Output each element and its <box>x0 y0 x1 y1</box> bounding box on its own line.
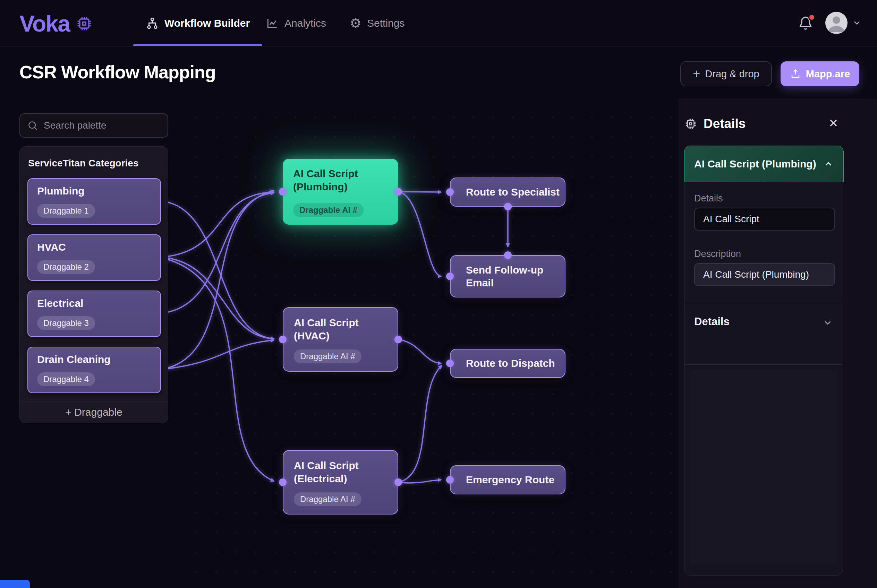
node-badge: Draggable AI # <box>294 350 361 363</box>
palette-item-title: HVAC <box>37 241 66 253</box>
chevron-up-icon <box>823 159 833 169</box>
search-icon <box>27 120 38 131</box>
palette-search[interactable] <box>20 113 168 138</box>
palette-item-badge: Draggable 1 <box>37 204 95 218</box>
node-send-follow-up-email[interactable]: Send Follow-up Email <box>450 255 566 297</box>
drag-drop-label: Drag & drop <box>705 68 759 80</box>
empty-section <box>690 370 838 564</box>
node-ai-call-script-electrical[interactable]: AI Call Script (Electrical) Draggable AI… <box>283 450 398 514</box>
node-route-to-dispatch[interactable]: Route to Dispatch <box>450 349 566 378</box>
drag-drop-button[interactable]: + Drag & drop <box>680 62 772 86</box>
accordion-title: AI Call Script (Plumbing) <box>694 158 816 170</box>
node-ai-call-script-plumbing[interactable]: AI Call Script (Plumbing) Draggable AI # <box>283 159 398 225</box>
node-title: Send Follow-up Email <box>466 264 549 290</box>
palette-item-badge: Draggable 4 <box>37 372 95 386</box>
palette-item-title: Electrical <box>37 297 83 309</box>
tab-label: Workflow Builder <box>164 17 250 29</box>
node-badge: Draggable AI # <box>293 203 364 217</box>
details-panel: Details ✕ AI Call Script (Plumbing) Deta… <box>678 99 877 588</box>
details-panel-title: Details <box>704 117 746 131</box>
header-divider <box>20 98 857 98</box>
chevron-down-icon <box>823 318 833 328</box>
palette-item-badge: Draggable 3 <box>37 316 95 330</box>
search-input[interactable] <box>44 120 169 131</box>
bottom-left-accent <box>0 580 30 588</box>
collapsed-section-label: Details <box>694 315 730 328</box>
avatar[interactable] <box>825 12 847 34</box>
node-ai-call-script-hvac[interactable]: AI Call Script (HVAC) Draggable AI # <box>283 307 398 372</box>
node-title: Route to Specialist <box>466 186 560 199</box>
plus-icon: + <box>693 68 700 80</box>
palette-item-badge: Draggable 2 <box>37 260 95 274</box>
tab-analytics[interactable]: Analytics <box>266 0 326 46</box>
tab-label: Analytics <box>284 17 326 29</box>
node-route-to-specialist[interactable]: Route to Specialist <box>450 177 566 207</box>
palette-item-title: Plumbing <box>37 185 85 197</box>
tab-settings[interactable]: ⚙ Settings <box>350 0 405 46</box>
primary-action-button[interactable]: Mapp.are <box>781 62 859 86</box>
canvas[interactable] <box>181 99 678 588</box>
node-title: Route to Dispatch <box>466 357 555 370</box>
accordion-header[interactable]: AI Call Script (Plumbing) <box>684 146 844 182</box>
notification-badge <box>808 14 815 21</box>
workflow-icon <box>146 16 159 30</box>
upload-icon <box>790 68 801 80</box>
palette-item-plumbing[interactable]: Plumbing Draggable 1 <box>27 178 161 225</box>
add-draggable-button[interactable]: + Draggable <box>20 401 168 423</box>
divider <box>684 364 842 365</box>
brand-name: Voka <box>20 10 70 37</box>
tab-workflow-builder[interactable]: Workflow Builder <box>146 0 250 46</box>
palette-item-electrical[interactable]: Electrical Draggable 3 <box>27 291 161 337</box>
add-draggable-label: + Draggable <box>65 406 122 418</box>
page-title: CSR Workflow Mapping <box>20 62 215 82</box>
details-field[interactable] <box>694 208 835 231</box>
palette-title: ServiceTitan Categories <box>28 158 139 169</box>
field-label: Description <box>694 249 741 260</box>
node-badge: Draggable AI # <box>294 492 361 506</box>
palette-item-hvac[interactable]: HVAC Draggable 2 <box>27 234 161 281</box>
collapsed-details-section[interactable]: Details <box>684 303 842 364</box>
palette-item-drain-cleaning[interactable]: Drain Cleaning Draggable 4 <box>27 347 161 393</box>
node-title: AI Call Script (HVAC) <box>294 316 384 342</box>
node-title: AI Call Script (Electrical) <box>294 459 384 485</box>
top-navbar: Voka Workflow Builder Analytics ⚙ Settin… <box>0 0 877 46</box>
tab-label: Settings <box>367 17 405 29</box>
node-emergency-route[interactable]: Emergency Route <box>450 465 566 494</box>
palette-panel: ServiceTitan Categories Plumbing Draggab… <box>20 146 168 423</box>
close-icon[interactable]: ✕ <box>829 117 838 129</box>
palette-item-title: Drain Cleaning <box>37 354 111 365</box>
chip-icon <box>684 117 697 130</box>
description-field[interactable] <box>694 263 835 286</box>
node-title: Emergency Route <box>466 473 554 486</box>
gear-icon: ⚙ <box>350 16 361 30</box>
person-icon <box>825 12 847 34</box>
chevron-down-icon[interactable] <box>852 18 862 28</box>
details-card: AI Call Script (Plumbing) Details Descri… <box>684 146 843 576</box>
primary-action-label: Mapp.are <box>806 68 850 80</box>
analytics-icon <box>266 16 279 30</box>
node-title: AI Call Script (Plumbing) <box>293 167 384 193</box>
field-label: Details <box>694 193 723 204</box>
brand-logo[interactable]: Voka <box>20 10 93 37</box>
notifications-button[interactable] <box>798 15 814 31</box>
details-panel-header: Details <box>684 117 746 131</box>
chip-icon <box>75 15 93 33</box>
